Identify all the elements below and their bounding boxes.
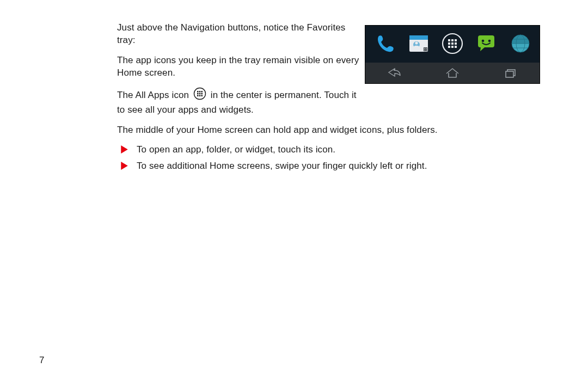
svg-rect-12 — [455, 39, 457, 41]
svg-rect-5 — [424, 48, 425, 49]
list-item: To see additional Home screens, swipe yo… — [117, 161, 531, 171]
contacts-app-icon — [406, 31, 431, 56]
paragraph: The middle of your Home screen can hold … — [117, 124, 531, 137]
svg-rect-33 — [201, 93, 203, 95]
back-button-icon — [382, 66, 407, 80]
favorites-tray — [365, 29, 540, 58]
svg-rect-32 — [199, 93, 201, 95]
list-item: To open an app, folder, or widget, touch… — [117, 144, 531, 155]
svg-point-20 — [488, 40, 491, 42]
svg-rect-10 — [448, 39, 450, 41]
paragraph: The app icons you keep in the tray remai… — [117, 54, 365, 79]
svg-rect-34 — [197, 95, 199, 96]
svg-rect-7 — [424, 50, 425, 51]
bullet-text: To see additional Home screens, swipe yo… — [137, 161, 531, 171]
home-button-icon — [440, 66, 465, 80]
text-fragment: The All Apps icon — [117, 90, 189, 100]
svg-rect-15 — [455, 42, 457, 45]
play-arrow-icon — [117, 161, 137, 170]
all-apps-icon — [440, 31, 465, 56]
recents-button-icon — [498, 66, 523, 80]
browser-app-icon — [508, 31, 533, 56]
messaging-app-icon — [474, 31, 499, 56]
svg-rect-26 — [506, 71, 513, 77]
svg-rect-29 — [199, 91, 201, 93]
svg-rect-28 — [197, 91, 199, 93]
paragraph: The All Apps icon in the center is perma… — [117, 87, 365, 117]
svg-rect-14 — [451, 42, 454, 45]
page-number: 7 — [39, 355, 45, 366]
svg-rect-31 — [197, 93, 199, 95]
svg-rect-6 — [426, 48, 427, 49]
svg-rect-1 — [409, 35, 428, 40]
svg-rect-13 — [448, 42, 450, 45]
document-page: Just above the Navigation buttons, notic… — [0, 0, 588, 392]
svg-rect-17 — [451, 46, 454, 48]
navigation-bar — [365, 63, 540, 83]
svg-rect-8 — [426, 50, 427, 51]
bullet-text: To open an app, folder, or widget, touch… — [137, 144, 531, 155]
svg-rect-11 — [451, 39, 454, 41]
bullet-list: To open an app, folder, or widget, touch… — [117, 144, 531, 171]
svg-point-3 — [415, 41, 418, 44]
paragraph: Just above the Navigation buttons, notic… — [117, 22, 365, 47]
svg-rect-36 — [201, 95, 203, 96]
svg-point-19 — [482, 40, 485, 42]
play-arrow-icon — [117, 144, 137, 154]
phone-app-icon — [372, 31, 397, 56]
svg-rect-16 — [448, 46, 450, 48]
svg-rect-18 — [455, 46, 457, 48]
all-apps-inline-icon — [193, 87, 206, 104]
svg-rect-35 — [199, 95, 201, 96]
svg-rect-30 — [201, 91, 203, 93]
phone-favorites-tray-figure — [365, 25, 540, 84]
